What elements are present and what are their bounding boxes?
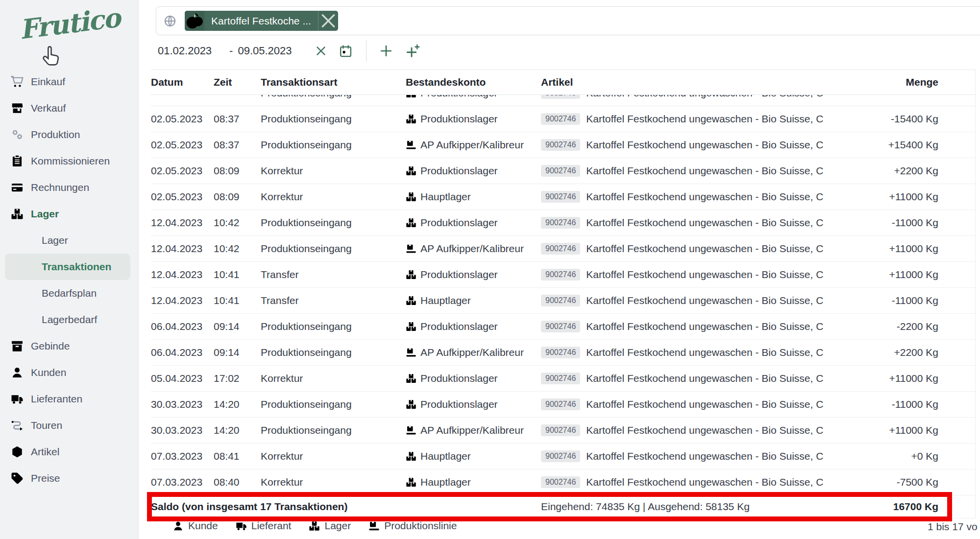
cell-menge: -7500 Kg	[865, 476, 938, 488]
boxes-icon	[406, 165, 416, 176]
sidebar-item-kunden[interactable]: Kunden	[0, 359, 138, 386]
table-row[interactable]: 07.03.2023 08:40 Korrektur Hauptlager 90…	[151, 469, 975, 495]
table-row[interactable]: 12.04.2023 10:41 Transfer Produktionslag…	[151, 262, 975, 288]
sidebar-item-preise[interactable]: Preise	[0, 465, 138, 492]
mouse-cursor-icon	[42, 45, 62, 68]
sidebar-subitem-transaktionen[interactable]: Transaktionen	[5, 254, 130, 280]
table-row[interactable]: 07.03.2023 08:41 Korrektur Hauptlager 90…	[151, 444, 975, 469]
clear-date-icon[interactable]	[315, 45, 327, 57]
cell-zeit: 08:37	[214, 113, 261, 125]
table-body: 02.05.2023 08:37 Produktionseingang Prod…	[151, 106, 975, 495]
cart-icon	[11, 75, 24, 88]
table-row[interactable]: 30.03.2023 14:20 Produktionseingang Prod…	[151, 392, 975, 418]
filter-input[interactable]: Kartoffel Festkoche ...	[156, 6, 980, 35]
col-header-menge[interactable]: Menge	[865, 76, 938, 88]
user-icon	[172, 520, 184, 532]
truck-icon	[236, 520, 247, 532]
sidebar-item-produktion[interactable]: Produktion	[0, 121, 138, 148]
cell-bestandeskonto: Hauptlager	[406, 191, 541, 203]
cell-artikel: 9002746 Kartoffel Festkochend ungewasche…	[541, 295, 865, 306]
store-icon	[11, 102, 24, 115]
table-row[interactable]: 06.04.2023 09:14 Produktionseingang Prod…	[151, 314, 975, 340]
cell-datum: 06.04.2023	[151, 347, 214, 358]
cell-transaktionsart: Produktionseingang	[261, 243, 406, 255]
cell-menge: -11000 Kg	[865, 398, 938, 410]
cell-zeit: 14:20	[214, 398, 261, 410]
cell-menge: +11000 Kg	[865, 243, 938, 255]
app-logo[interactable]: Frutico	[17, 2, 124, 55]
cell-bestandeskonto: AP Aufkipper/Kalibreur	[406, 243, 541, 255]
hexagon-icon	[11, 445, 24, 458]
table-row[interactable]: 02.05.2023 08:37 Produktionseingang Prod…	[151, 106, 975, 132]
cell-bestandeskonto: Produktionslager	[406, 217, 541, 229]
col-header-bestandeskonto[interactable]: Bestandeskonto	[406, 76, 541, 88]
cell-artikel: 9002746 Kartoffel Festkochend ungewasche…	[541, 139, 865, 151]
table-row[interactable]: 05.04.2023 17:02 Korrektur Produktionsla…	[151, 366, 975, 392]
sidebar-item-gebinde[interactable]: Gebinde	[0, 333, 138, 359]
app-window: Frutico Einkauf Verkauf Produktion Kommi…	[0, 0, 980, 539]
table-row[interactable]: 12.04.2023 10:42 Produktionseingang Prod…	[151, 210, 975, 236]
cell-datum: 12.04.2023	[151, 269, 214, 281]
col-header-zeit[interactable]: Zeit	[214, 76, 261, 88]
cell-transaktionsart: Produktionseingang	[261, 347, 406, 358]
pagination-text: 1 bis 17 vo	[928, 521, 978, 533]
col-header-artikel[interactable]: Artikel	[541, 76, 865, 88]
cell-zeit: 08:09	[214, 165, 261, 177]
cell-bestandeskonto: Produktionslager	[406, 165, 541, 177]
cell-transaktionsart: Korrektur	[261, 165, 406, 177]
sidebar-subitem-lagerbedarf[interactable]: Lagerbedarf	[5, 306, 130, 333]
cell-bestandeskonto: AP Aufkipper/Kalibreur	[406, 139, 541, 151]
table-row[interactable]: 06.04.2023 09:14 Produktionseingang AP A…	[151, 340, 975, 366]
col-header-datum[interactable]: Datum	[151, 76, 214, 88]
article-filter-tag[interactable]: Kartoffel Festkoche ...	[185, 11, 338, 31]
cell-menge: +11000 Kg	[865, 373, 938, 384]
sidebar-subitem-lager[interactable]: Lager	[5, 227, 130, 254]
cell-zeit: 17:02	[214, 373, 261, 384]
table-row[interactable]: 12.04.2023 10:41 Transfer Hauptlager 900…	[151, 288, 975, 314]
boxes-icon	[406, 191, 416, 202]
cell-artikel: 9002746 Kartoffel Festkochend ungewasche…	[541, 243, 865, 255]
sidebar-item-touren[interactable]: Touren	[0, 412, 138, 439]
tag-icon	[11, 472, 24, 485]
article-number-badge: 9002746	[541, 476, 580, 488]
cell-datum: 06.04.2023	[151, 321, 214, 332]
boxes-icon	[309, 520, 320, 532]
tag-close-icon[interactable]	[318, 11, 338, 31]
sidebar-item-verkauf[interactable]: Verkauf	[0, 95, 138, 121]
col-header-transaktionsart[interactable]: Transaktionsart	[261, 76, 406, 88]
cell-datum: 02.05.2023	[151, 113, 214, 125]
table-row[interactable]: 02.05.2023 08:09 Korrektur Produktionsla…	[151, 158, 975, 184]
date-from-field[interactable]: 01.02.2023	[158, 45, 212, 57]
boxes-icon	[406, 269, 416, 280]
cell-artikel: 9002746 Kartoffel Festkochend ungewasche…	[541, 113, 865, 125]
cell-artikel: 9002746 Kartoffel Festkochend ungewasche…	[541, 373, 865, 384]
table-row[interactable]: 12.04.2023 10:42 Produktionseingang AP A…	[151, 236, 975, 262]
article-number-badge: 9002746	[541, 321, 580, 332]
sidebar: Frutico Einkauf Verkauf Produktion Kommi…	[0, 0, 139, 539]
sidebar-item-lieferanten[interactable]: Lieferanten	[0, 386, 138, 412]
table-row[interactable]: 30.03.2023 14:20 Produktionseingang AP A…	[151, 418, 975, 444]
cell-zeit: 10:41	[214, 295, 261, 306]
sidebar-item-einkauf[interactable]: Einkauf	[0, 69, 138, 95]
legend-item-kunde: Kunde	[172, 520, 218, 532]
calendar-icon[interactable]	[339, 45, 352, 58]
add-button[interactable]	[379, 44, 393, 58]
truck-icon	[11, 393, 24, 405]
sidebar-item-lager[interactable]: Lager	[0, 201, 138, 227]
add-multiple-button[interactable]	[406, 44, 420, 58]
cell-menge: +11000 Kg	[865, 424, 938, 436]
table-row[interactable]: 02.05.2023 08:37 Produktionseingang AP A…	[151, 132, 975, 158]
sidebar-item-artikel[interactable]: Artikel	[0, 439, 138, 465]
cell-transaktionsart: Produktionseingang	[261, 217, 406, 229]
table-row[interactable]: 02.05.2023 08:09 Korrektur Hauptlager 90…	[151, 184, 975, 210]
sidebar-item-rechnungen[interactable]: Rechnungen	[0, 174, 138, 201]
cell-bestandeskonto: Produktionslager	[406, 373, 541, 384]
cell-transaktionsart: Produktionseingang	[261, 95, 406, 99]
sidebar-subitem-bedarfsplan[interactable]: Bedarfsplan	[5, 280, 130, 306]
article-number-badge: 9002746	[541, 347, 580, 358]
icon-legend: Kunde Lieferant Lager Produktionslinie	[172, 515, 457, 537]
table-row[interactable]: Produktionseingang Produktionslager 9002…	[151, 95, 975, 106]
legend-item-lieferant: Lieferant	[236, 520, 292, 532]
date-to-field[interactable]: 09.05.2023	[238, 45, 292, 57]
sidebar-item-kommissionieren[interactable]: Kommissionieren	[0, 148, 138, 174]
